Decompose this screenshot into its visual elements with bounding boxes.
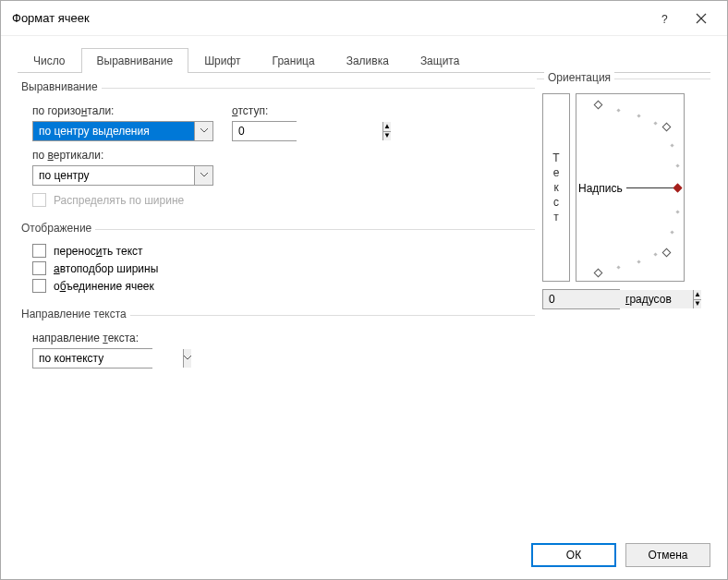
vertical-align-value[interactable] [33,166,194,185]
vertical-align-dropdown-button[interactable] [194,166,212,185]
svg-text:?: ? [661,13,668,24]
ok-button[interactable]: ОК [531,543,616,567]
text-direction-group-label: Направление текста [18,308,130,320]
tab-alignment[interactable]: Выравнивание [81,48,189,73]
tab-number[interactable]: Число [18,48,81,73]
diamond-icon [594,269,603,278]
vertical-align-label: по вертикали: [32,149,535,162]
display-group-label: Отображение [18,222,95,235]
merge-cells-row: объединение ячеек [32,279,535,293]
shrink-to-fit-label: автоподбор ширины [54,262,158,275]
close-icon [696,13,707,24]
shrink-to-fit-checkbox[interactable] [32,261,46,275]
orientation-dial[interactable]: Надпись [576,93,685,282]
indent-spin-up[interactable]: ▲ [383,122,391,132]
close-button[interactable] [683,1,720,36]
diamond-icon [662,248,672,258]
tab-font[interactable]: Шрифт [188,48,256,73]
window-title: Формат ячеек [12,11,646,25]
dialog-footer: ОК Отмена [1,531,727,579]
vertical-align-combo[interactable] [32,165,213,186]
alignment-group-label: Выравнивание [18,80,102,93]
indent-label: отступ: [232,104,297,117]
indent-spin-down[interactable]: ▼ [383,132,391,141]
chevron-down-icon [184,356,191,361]
diamond-icon [673,184,683,193]
tab-strip: Число Выравнивание Шрифт Граница Заливка… [18,47,710,73]
justify-distributed-label: Распределять по ширине [54,194,184,207]
indent-spinner[interactable]: ▲ ▼ [232,121,297,141]
justify-distributed-row: Распределять по ширине [32,193,535,207]
justify-distributed-checkbox [32,193,46,207]
degrees-label: градусов [625,293,672,306]
vertical-text-button[interactable]: Т е к с т [542,93,570,282]
wrap-text-row: переносить текст [32,244,535,258]
text-direction-label: направление текста: [32,332,535,344]
orientation-dial-label: Надпись [578,182,623,195]
degrees-spin-up[interactable]: ▲ [694,290,701,300]
text-direction-combo[interactable] [32,348,152,369]
horizontal-align-combo[interactable] [32,121,213,141]
horizontal-align-dropdown-button[interactable] [194,122,212,140]
merge-cells-checkbox[interactable] [32,279,46,293]
help-icon: ? [659,13,670,24]
indent-value[interactable] [233,122,382,140]
diamond-icon [662,123,672,132]
wrap-text-checkbox[interactable] [32,244,46,258]
text-direction-group: Направление текста направление текста: [18,308,535,370]
horizontal-align-value[interactable] [33,122,194,140]
text-direction-dropdown-button[interactable] [183,349,191,368]
wrap-text-label: переносить текст [54,245,143,258]
diamond-icon [594,101,603,110]
horizontal-align-label: по горизонтали: [32,104,213,117]
tab-border[interactable]: Граница [257,48,331,73]
text-direction-value[interactable] [33,349,183,368]
degrees-spinner[interactable]: ▲ ▼ [542,289,620,309]
alignment-group: Выравнивание по горизонтали: [18,80,535,212]
titlebar: Формат ячеек ? [1,1,727,36]
shrink-to-fit-row: автоподбор ширины [32,261,535,275]
cancel-button[interactable]: Отмена [625,543,710,567]
tab-protection[interactable]: Защита [405,48,476,73]
orientation-group: Ориентация Т е к с т Надпись [537,71,710,309]
merge-cells-label: объединение ячеек [54,280,154,293]
tab-fill[interactable]: Заливка [331,48,405,73]
orientation-group-label: Ориентация [544,71,614,84]
degrees-spin-down[interactable]: ▼ [694,300,701,309]
help-button[interactable]: ? [646,1,683,36]
chevron-down-icon [200,128,208,134]
chevron-down-icon [200,173,208,178]
display-group: Отображение переносить текст автоподбор … [18,222,535,298]
